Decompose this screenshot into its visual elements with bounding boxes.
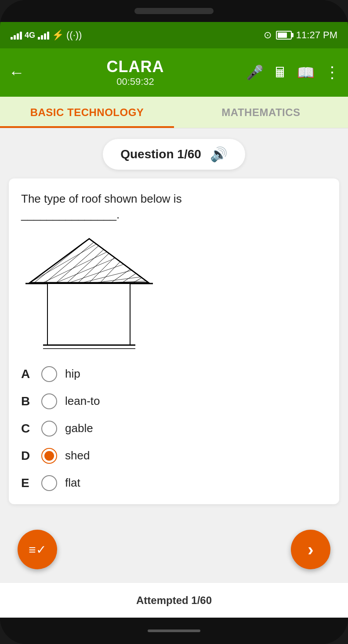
clock: 11:27 PM: [296, 29, 337, 41]
question-text: The type of roof shown below is ________…: [21, 191, 327, 223]
option-a-text: hip: [65, 367, 80, 381]
header-timer: 00:59:32: [32, 76, 239, 87]
option-e-text: flat: [65, 476, 80, 490]
status-bar: 4G ⚡ ((·)) ⊙ 11:27 PM: [0, 22, 348, 48]
signal-bars-1: [11, 31, 22, 40]
bottom-bar: Attempted 1/60: [0, 582, 348, 618]
phone-top-bar: [0, 0, 348, 22]
fab-next-button[interactable]: ›: [291, 530, 330, 569]
speaker-icon[interactable]: 🔊: [210, 146, 228, 163]
status-right: ⊙ 11:27 PM: [264, 29, 337, 41]
option-c-radio[interactable]: [41, 421, 57, 437]
question-card: The type of roof shown below is ________…: [9, 178, 339, 504]
header-title-block: CLARA 00:59:32: [32, 58, 239, 87]
option-a-letter: A: [21, 367, 33, 381]
bar6: [41, 35, 43, 40]
option-c-letter: C: [21, 422, 33, 436]
option-b-letter: B: [21, 394, 33, 408]
option-d-letter: D: [21, 449, 33, 463]
house-svg: [21, 230, 157, 353]
book-icon[interactable]: 📖: [297, 64, 315, 81]
signal-bars-2: [38, 31, 49, 40]
option-d-text: shed: [65, 449, 90, 462]
svg-line-2: [30, 239, 56, 256]
option-b-row[interactable]: B lean-to: [21, 389, 327, 414]
hotspot-icon: ⊙: [264, 29, 272, 41]
more-icon[interactable]: ⋮: [324, 63, 339, 82]
header-title: CLARA: [32, 58, 239, 76]
phone-bottom: [0, 618, 348, 644]
phone-shell: 4G ⚡ ((·)) ⊙ 11:27 PM ← CLARA 00:59:32 🎤: [0, 0, 348, 644]
bar1: [11, 37, 13, 40]
option-c-row[interactable]: C gable: [21, 416, 327, 441]
option-a-row[interactable]: A hip: [21, 362, 327, 386]
home-indicator: [148, 629, 200, 632]
fab-container: ≡✓ ›: [0, 530, 348, 569]
tab-mathematics[interactable]: MATHEMATICS: [174, 97, 348, 128]
battery-fill: [278, 33, 287, 38]
option-d-row[interactable]: D shed: [21, 444, 327, 468]
option-d-radio[interactable]: [41, 448, 57, 464]
option-b-radio[interactable]: [41, 393, 57, 409]
option-a-radio[interactable]: [41, 366, 57, 382]
question-header: Question 1/60 🔊: [103, 139, 245, 170]
main-content: Question 1/60 🔊 The type of roof shown b…: [0, 128, 348, 582]
option-e-letter: E: [21, 476, 33, 490]
wifi-icon: ((·)): [66, 29, 82, 41]
options-list: A hip B lean-to C gable D: [21, 362, 327, 495]
option-d-radio-fill: [44, 451, 54, 461]
next-arrow-icon: ›: [308, 540, 313, 560]
back-button[interactable]: ←: [9, 63, 25, 82]
bar5: [38, 37, 40, 40]
notch-pill: [134, 8, 214, 14]
bar2: [14, 35, 16, 40]
tab-bar: BASIC TECHNOLOGY MATHEMATICS: [0, 97, 348, 128]
calculator-icon[interactable]: 🖩: [273, 65, 287, 81]
attempted-label: Attempted 1/60: [136, 594, 212, 607]
app-header: ← CLARA 00:59:32 🎤 🖩 📖 ⋮: [0, 48, 348, 97]
house-illustration: [21, 230, 327, 353]
svg-rect-28: [47, 284, 130, 345]
battery-icon: [276, 31, 292, 40]
signal-type: 4G: [25, 31, 35, 40]
status-left: 4G ⚡ ((·)): [11, 29, 82, 41]
option-c-text: gable: [65, 422, 93, 435]
bar7: [44, 33, 46, 40]
list-check-icon: ≡✓: [29, 542, 46, 557]
bar8: [47, 32, 49, 40]
usb-icon: ⚡: [52, 29, 64, 41]
header-icons: 🎤 🖩 📖 ⋮: [246, 63, 339, 82]
option-e-radio[interactable]: [41, 475, 57, 491]
question-label: Question 1/60: [120, 147, 201, 161]
option-b-text: lean-to: [65, 394, 100, 408]
tab-basic-technology[interactable]: BASIC TECHNOLOGY: [0, 97, 174, 128]
microphone-icon[interactable]: 🎤: [246, 64, 264, 81]
bar4: [20, 32, 22, 40]
question-blank: _______________.: [21, 208, 120, 221]
fab-list-button[interactable]: ≡✓: [18, 530, 57, 569]
bar3: [17, 33, 19, 40]
option-e-row[interactable]: E flat: [21, 471, 327, 495]
